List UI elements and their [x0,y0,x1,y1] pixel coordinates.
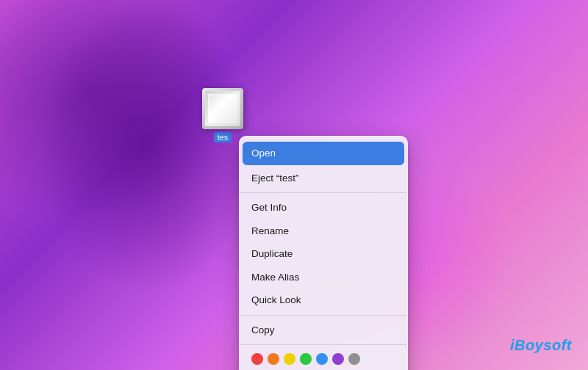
tag-dot-orange[interactable] [268,353,279,365]
menu-item-duplicate[interactable]: Duplicate [240,242,407,266]
menu-item-copy[interactable]: Copy [240,319,407,342]
tag-dot-blue[interactable] [316,353,328,365]
tags-color-row [240,348,407,370]
file-icon-graphic [202,88,243,129]
tag-dot-red[interactable] [251,353,263,365]
separator-3 [240,344,407,345]
iboysoft-watermark: iBoysoft [510,337,572,354]
menu-item-make-alias[interactable]: Make Alias [240,266,407,289]
separator-1 [240,192,407,193]
menu-item-quick-look[interactable]: Quick Look [240,289,407,312]
menu-item-get-info[interactable]: Get Info [240,196,407,220]
menu-item-open[interactable]: Open [243,142,404,165]
desktop-icon[interactable]: tes [197,88,248,142]
tag-dot-green[interactable] [300,353,312,365]
tag-dot-purple[interactable] [332,353,344,365]
menu-item-eject[interactable]: Eject “test” [240,167,407,190]
tag-dot-gray[interactable] [348,353,360,365]
tag-dot-yellow[interactable] [284,353,295,365]
separator-2 [240,315,407,316]
menu-item-rename[interactable]: Rename [240,220,407,243]
file-icon-label: tes [214,132,232,142]
context-menu: Open Eject “test” Get Info Rename Duplic… [239,136,408,370]
